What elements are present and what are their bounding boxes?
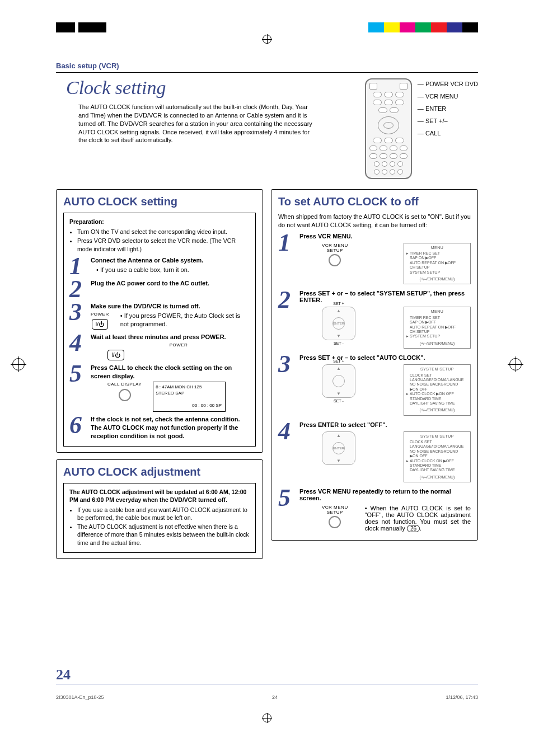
- remote-label-enter: ENTER: [418, 105, 478, 112]
- step-number: 4: [278, 421, 294, 485]
- step-number: 3: [69, 302, 85, 330]
- step-bullet: If you use a cable box, turn it on.: [91, 266, 250, 274]
- osd-line: STEREO SAP: [156, 391, 223, 397]
- step-title: Press SET + or – to select "AUTO CLOCK".: [299, 354, 471, 361]
- box-title: AUTO CLOCK setting: [63, 195, 256, 208]
- footer-left: 2I30301A-En_p18-25: [56, 694, 104, 700]
- registration-color-bars: [0, 22, 534, 34]
- auto-clock-adjustment-box: AUTO CLOCK adjustment The AUTO CLOCK adj…: [56, 459, 263, 559]
- power-label: POWER: [107, 342, 250, 349]
- remote-diagram: POWER VCR DVD VCR MENU ENTER SET +/– CAL…: [365, 78, 478, 179]
- step-number: 5: [278, 488, 294, 534]
- preparation-panel: Preparation: Turn ON the TV and select t…: [63, 213, 256, 447]
- remote-outline: [365, 78, 412, 179]
- adj-bullet: If you use a cable box and you want AUTO…: [77, 506, 250, 522]
- page-number: 24: [56, 666, 71, 683]
- osd-panel: MENU ▸TIMER REC SET SAP ON ▶OFF AUTO REP…: [404, 243, 471, 285]
- step-number: 3: [278, 354, 294, 418]
- registration-mark-icon: [12, 358, 25, 370]
- box-title: AUTO CLOCK adjustment: [63, 466, 256, 478]
- osd-panel: MENU TIMER REC SET SAP ON ▶OFF AUTO REPE…: [404, 307, 471, 349]
- rule: [56, 72, 478, 73]
- vcr-menu-label: VCR MENU: [322, 243, 348, 248]
- lead-text: When shipped from factory the AUTO CLOCK…: [278, 213, 471, 229]
- registration-mark-icon: [509, 358, 522, 370]
- remote-label-power: POWER VCR DVD: [418, 81, 478, 87]
- power-label: POWER: [91, 312, 109, 318]
- page-reference: 26: [407, 525, 420, 532]
- auto-clock-off-box: To set AUTO CLOCK to off When shipped fr…: [271, 189, 478, 541]
- osd-panel: SYSTEM SETUP CLOCK SET LANGUAGE/IDIOMA/L…: [404, 364, 471, 416]
- osd-line: 8 : 47AM MON CH 125: [156, 384, 223, 391]
- nav-pad-icon: ENTER: [322, 431, 355, 465]
- adj-bullet: The AUTO CLOCK adjustment is not effecti…: [77, 523, 250, 547]
- page-number-rule: [56, 684, 478, 684]
- registration-mark-icon: [263, 35, 271, 44]
- footer-right: 1/12/06, 17:43: [446, 694, 478, 700]
- vcr-menu-label: VCR MENU: [322, 505, 348, 510]
- power-button-icon: I/⏻: [107, 350, 124, 361]
- step-title: Press SET + or – to select "SYSTEM SETUP…: [299, 290, 471, 303]
- menu-button-icon: [329, 254, 341, 266]
- osd-panel: SYSTEM SETUP CLOCK SET LANGUAGE/IDIOMA/L…: [404, 431, 471, 483]
- step-number: 2: [69, 279, 85, 299]
- step-number: 1: [69, 256, 85, 276]
- step-title: Press VCR MENU.: [299, 233, 471, 240]
- step-title: Wait at least three minutes and press PO…: [91, 333, 250, 341]
- footer-mid: 24: [272, 694, 278, 700]
- note-text: .: [420, 525, 421, 532]
- step-title: Press CALL to check the clock setting on…: [91, 364, 250, 381]
- box-title: To set AUTO CLOCK to off: [278, 195, 471, 208]
- registration-mark-icon: [263, 713, 271, 722]
- call-label: CALL DISPLAY: [107, 382, 142, 388]
- remote-label-menu: VCR MENU: [418, 93, 478, 100]
- step-number: 5: [69, 364, 85, 412]
- osd-preview: 8 : 47AM MON CH 125 STEREO SAP 00 : 00 :…: [153, 382, 226, 412]
- step-number: 4: [69, 333, 85, 360]
- remote-label-call: CALL: [418, 130, 478, 137]
- step-bullet: If you press POWER, the Auto Clock set i…: [115, 312, 250, 328]
- menu-button-icon: [329, 516, 341, 528]
- nav-pad-icon: SET + SET - ENTER: [322, 307, 355, 340]
- footer: 2I30301A-En_p18-25 24 1/12/06, 17:43: [56, 694, 478, 700]
- remote-label-set: SET +/–: [418, 118, 478, 124]
- prep-item: Press VCR DVD selector to select the VCR…: [77, 237, 250, 252]
- step-number: 1: [278, 233, 294, 287]
- osd-line: 00 : 00 : 00 SP: [192, 403, 222, 409]
- prep-heading: Preparation:: [69, 218, 104, 225]
- page-title: Clock setting: [56, 78, 313, 97]
- adj-lead: The AUTO CLOCK adjustment will be update…: [69, 489, 246, 503]
- step-title: Make sure the DVD/VCR is turned off.: [91, 302, 250, 311]
- step-title: Press VCR MENU repeatedly to return to t…: [299, 488, 471, 501]
- intro-paragraph: The AUTO CLOCK function will automatical…: [78, 103, 313, 144]
- auto-clock-setting-box: AUTO CLOCK setting Preparation: Turn ON …: [56, 189, 263, 453]
- setup-label: SETUP: [322, 248, 348, 253]
- setup-label: SETUP: [322, 510, 348, 515]
- power-button-icon: I/⏻: [92, 319, 109, 330]
- step-title: Press ENTER to select "OFF".: [299, 421, 471, 428]
- step-title: If the clock is not set, check the anten…: [91, 415, 250, 440]
- step-title: Plug the AC power cord to the AC outlet.: [91, 279, 250, 288]
- section-header: Basic setup (VCR): [56, 62, 500, 70]
- manual-page: Basic setup (VCR) Clock setting The AUTO…: [0, 0, 534, 756]
- step-title: Connect the Antenna or Cable system.: [91, 256, 250, 265]
- step-number: 6: [69, 415, 85, 442]
- nav-pad-icon: SET + SET -: [322, 364, 355, 398]
- call-button-icon: [119, 389, 131, 401]
- prep-item: Turn ON the TV and select the correspond…: [77, 228, 250, 236]
- step-number: 2: [278, 290, 294, 351]
